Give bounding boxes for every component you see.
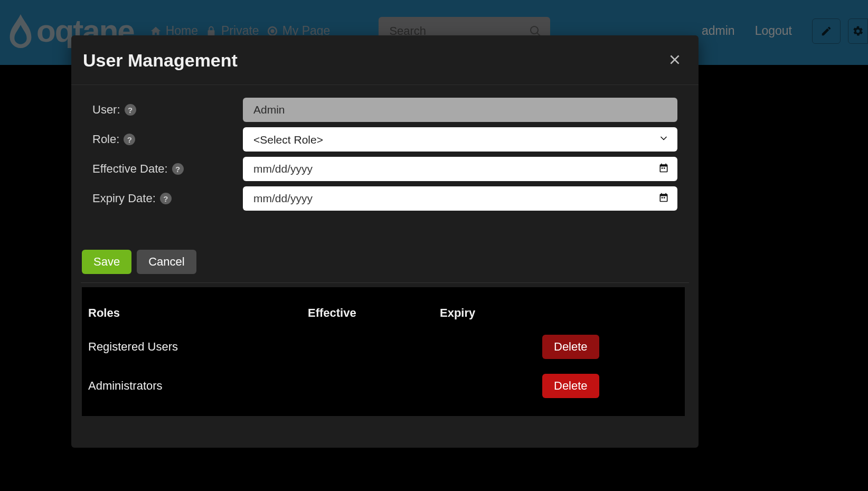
form-row-expiry: Expiry Date: ? bbox=[92, 186, 677, 211]
table-row: Registered Users Delete bbox=[82, 327, 685, 366]
role-name-cell: Administrators bbox=[82, 366, 301, 405]
user-management-modal: User Management User: ? Role: ? <Select … bbox=[71, 35, 699, 448]
role-expiry-cell bbox=[433, 327, 532, 366]
close-icon bbox=[668, 53, 682, 67]
label-user: User: ? bbox=[92, 103, 243, 117]
effective-date-field[interactable] bbox=[243, 157, 677, 181]
form-row-user: User: ? bbox=[92, 98, 677, 122]
form-row-role: Role: ? <Select Role> bbox=[92, 127, 677, 152]
user-form: User: ? Role: ? <Select Role> bbox=[71, 85, 699, 221]
role-expiry-cell bbox=[433, 366, 532, 405]
help-icon[interactable]: ? bbox=[172, 163, 184, 175]
col-effective: Effective bbox=[301, 299, 433, 327]
delete-button[interactable]: Delete bbox=[542, 335, 599, 359]
table-row: Administrators Delete bbox=[82, 366, 685, 405]
delete-button[interactable]: Delete bbox=[542, 374, 599, 398]
label-expiry: Expiry Date: ? bbox=[92, 192, 243, 205]
label-role: Role: ? bbox=[92, 133, 243, 146]
calendar-icon[interactable] bbox=[658, 163, 669, 175]
label-user-text: User: bbox=[92, 103, 120, 117]
help-icon[interactable]: ? bbox=[125, 104, 136, 116]
role-effective-cell bbox=[301, 327, 433, 366]
role-select[interactable]: <Select Role> bbox=[243, 127, 677, 152]
separator bbox=[81, 282, 689, 283]
roles-header-row: Roles Effective Expiry bbox=[82, 299, 685, 327]
role-effective-cell bbox=[301, 366, 433, 405]
label-effective: Effective Date: ? bbox=[92, 162, 243, 176]
roles-table: Roles Effective Expiry Registered Users … bbox=[82, 299, 685, 405]
user-field bbox=[243, 98, 677, 122]
calendar-icon[interactable] bbox=[658, 192, 669, 205]
modal-title: User Management bbox=[83, 50, 238, 71]
col-expiry: Expiry bbox=[433, 299, 532, 327]
save-button[interactable]: Save bbox=[82, 250, 131, 274]
modal-header: User Management bbox=[71, 35, 699, 85]
expiry-date-field[interactable] bbox=[243, 186, 677, 211]
label-effective-text: Effective Date: bbox=[92, 162, 168, 176]
help-icon[interactable]: ? bbox=[160, 193, 172, 204]
label-expiry-text: Expiry Date: bbox=[92, 192, 156, 205]
cancel-button[interactable]: Cancel bbox=[137, 250, 196, 274]
col-roles: Roles bbox=[82, 299, 301, 327]
modal-actions: Save Cancel bbox=[71, 221, 699, 279]
roles-table-wrap: Roles Effective Expiry Registered Users … bbox=[82, 287, 685, 416]
help-icon[interactable]: ? bbox=[124, 134, 135, 145]
label-role-text: Role: bbox=[92, 133, 119, 146]
form-row-effective: Effective Date: ? bbox=[92, 157, 677, 181]
close-button[interactable] bbox=[668, 53, 682, 69]
role-name-cell: Registered Users bbox=[82, 327, 301, 366]
